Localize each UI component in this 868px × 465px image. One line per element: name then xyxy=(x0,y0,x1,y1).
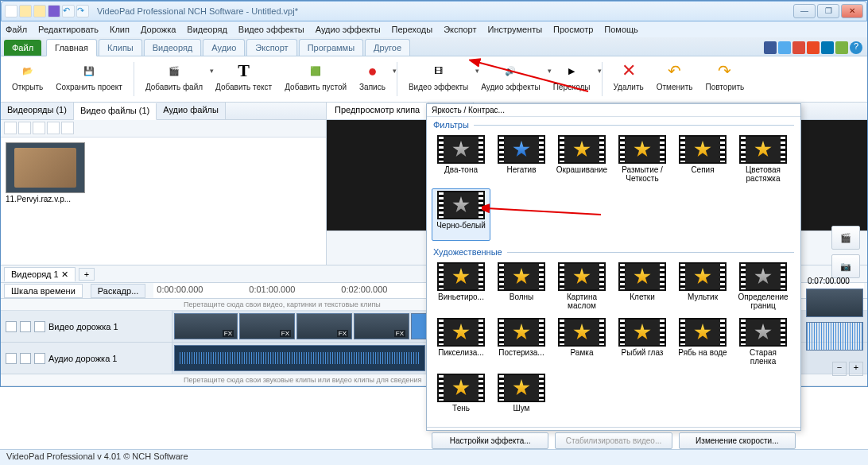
record-button[interactable]: ●Запись xyxy=(353,59,392,99)
facebook-icon[interactable] xyxy=(764,41,777,54)
audio-clip-end[interactable] xyxy=(806,322,863,351)
fx-item-сепия[interactable]: Сепия xyxy=(673,133,732,185)
fx-item-виньетиро-[interactable]: Виньетиро... xyxy=(432,260,490,312)
tab-main[interactable]: Главная xyxy=(46,39,97,56)
menu-track[interactable]: Дорожка xyxy=(141,25,176,34)
fx-item-окрашивание[interactable]: Окрашивание xyxy=(552,133,611,185)
qat-open-icon[interactable] xyxy=(19,5,32,17)
fx-stabilize-button[interactable]: Стабилизировать видео... xyxy=(555,432,672,449)
track-solo-icon[interactable] xyxy=(34,353,45,364)
view-list-icon[interactable] xyxy=(18,122,31,134)
menu-sequence[interactable]: Видеоряд xyxy=(187,25,227,34)
video-clip[interactable] xyxy=(174,313,238,339)
timeline-tab[interactable]: Шкала времени xyxy=(4,284,83,298)
fx-item-определение-границ[interactable]: Определение границ xyxy=(734,260,792,312)
video-clip[interactable] xyxy=(411,313,427,339)
redo-button[interactable]: ↷Повторить xyxy=(699,59,750,99)
pane-tab-audiofiles[interactable]: Аудио файлы xyxy=(157,103,226,119)
fx-speed-button[interactable]: Изменение скорости... xyxy=(679,432,796,449)
qat-redo-icon[interactable]: ↷ xyxy=(76,5,89,17)
qat-open2-icon[interactable] xyxy=(33,5,46,17)
storyboard-tab[interactable]: Раскадр... xyxy=(91,284,145,298)
tab-programs[interactable]: Программы xyxy=(299,39,363,56)
fx-item-цветовая-растяжка[interactable]: Цветовая растяжка xyxy=(734,133,792,185)
fx-item-тень[interactable]: Тень xyxy=(432,371,490,424)
fx-item-мультик[interactable]: Мультик xyxy=(673,260,732,312)
menu-videofx[interactable]: Видео эффекты xyxy=(238,25,304,34)
menu-transitions[interactable]: Переходы xyxy=(392,25,433,34)
menu-export[interactable]: Экспорт xyxy=(444,25,476,34)
qat-save-icon[interactable] xyxy=(48,5,60,17)
fx-item-шум[interactable]: Шум xyxy=(492,371,551,424)
tab-clips[interactable]: Клипы xyxy=(99,39,142,56)
pane-tab-sequences[interactable]: Видеоряды (1) xyxy=(1,103,74,119)
fx-item-рябь-на-воде[interactable]: Рябь на воде xyxy=(673,316,732,368)
menu-tools[interactable]: Инструменты xyxy=(488,25,543,34)
undo-button[interactable]: ↶Отменить xyxy=(650,59,699,99)
track-lock-icon[interactable] xyxy=(6,321,17,332)
delete-button[interactable]: ✕Удалить xyxy=(607,59,650,99)
fx-settings-button[interactable]: Настройки эффекта... xyxy=(432,432,548,449)
fx-item-постериза-[interactable]: Постериза... xyxy=(492,316,551,368)
tab-audio[interactable]: Аудио xyxy=(203,39,245,56)
track-eye-icon[interactable] xyxy=(20,321,31,332)
fx-item-негатив[interactable]: Негатив xyxy=(492,133,551,185)
add-text-button[interactable]: TДобавить текст xyxy=(209,59,278,99)
fx-item-черно-белый[interactable]: Черно-белый xyxy=(432,188,490,241)
fx-item-волны[interactable]: Волны xyxy=(492,260,551,312)
fx-item-размытие-четкость[interactable]: Размытие / Четкость xyxy=(613,133,672,185)
menu-help[interactable]: Помощь xyxy=(604,25,638,34)
media-thumbnail[interactable]: 11.Pervyi.raz.v.p... xyxy=(6,142,85,260)
audio-clip[interactable] xyxy=(174,345,425,371)
add-sequence-button[interactable]: + xyxy=(79,268,95,281)
view-detail-icon[interactable] xyxy=(33,122,45,134)
video-clip-end[interactable] xyxy=(806,289,863,317)
ribbon-file-button[interactable]: Файл xyxy=(4,40,41,56)
save-project-button[interactable]: 💾Сохранить проект xyxy=(49,59,129,99)
menu-file[interactable]: Файл xyxy=(6,25,27,34)
fx-item-клетки[interactable]: Клетки xyxy=(613,260,672,312)
menu-view[interactable]: Просмотр xyxy=(553,25,593,34)
video-clip[interactable] xyxy=(354,313,409,339)
fx-item-старая-пленка[interactable]: Старая пленка xyxy=(734,316,792,368)
audio-effects-button[interactable]: 🔊Аудио эффекты xyxy=(475,59,546,99)
fx-top-item[interactable]: Яркость / Контрас... xyxy=(427,104,800,117)
tab-export[interactable]: Экспорт xyxy=(246,39,296,56)
fx-item-пикселиза-[interactable]: Пикселиза... xyxy=(432,316,490,368)
timeline-zoom-out-button[interactable]: − xyxy=(832,362,847,376)
stumble-icon[interactable] xyxy=(807,41,820,54)
video-clip[interactable] xyxy=(239,313,295,339)
view-sort-icon[interactable] xyxy=(47,122,60,134)
menu-edit[interactable]: Редактировать xyxy=(38,25,99,34)
transitions-button[interactable]: ▶Переходы xyxy=(547,59,597,99)
media-bin[interactable]: 11.Pervyi.raz.v.p... xyxy=(1,138,326,265)
gplus-icon[interactable] xyxy=(792,41,805,54)
tab-sequence[interactable]: Видеоряд xyxy=(144,39,202,56)
qat-new-icon[interactable] xyxy=(5,5,17,17)
preview-tab-clip[interactable]: Предпросмотр клипа xyxy=(327,103,428,119)
tab-other[interactable]: Другое xyxy=(365,39,410,56)
video-effects-button[interactable]: 🎞Видео эффекты xyxy=(402,59,475,99)
sequence-tab[interactable]: Видеоряд 1 ✕ xyxy=(4,267,76,281)
add-empty-button[interactable]: 🟩Добавить пустой xyxy=(278,59,353,99)
close-button[interactable]: ✕ xyxy=(841,4,863,18)
fx-item-картина-маслом[interactable]: Картина маслом xyxy=(552,260,611,312)
pane-tab-videofiles[interactable]: Видео файлы (1) xyxy=(74,103,157,120)
linkedin-icon[interactable] xyxy=(821,41,834,54)
menu-audiofx[interactable]: Аудио эффекты xyxy=(316,25,381,34)
timeline-zoom-in-button[interactable]: + xyxy=(849,362,863,376)
menu-clip[interactable]: Клип xyxy=(110,25,130,34)
maximize-button[interactable]: ❐ xyxy=(817,4,839,18)
minimize-button[interactable]: — xyxy=(793,4,816,18)
fx-item-два-тона[interactable]: Два-тона xyxy=(432,133,490,185)
help-icon[interactable]: ? xyxy=(850,41,862,54)
track-mute-icon[interactable] xyxy=(20,353,31,364)
marker-tool-icon[interactable]: 🎬 xyxy=(831,226,860,250)
add-file-button[interactable]: 🎬Добавить файл xyxy=(139,59,209,99)
twitter-icon[interactable] xyxy=(778,41,791,54)
view-filter-icon[interactable] xyxy=(61,122,74,134)
track-fx-icon[interactable] xyxy=(34,321,45,332)
track-lock-icon[interactable] xyxy=(6,353,17,364)
share-icon[interactable] xyxy=(835,41,848,54)
fx-item-рыбий-глаз[interactable]: Рыбий глаз xyxy=(613,316,672,368)
